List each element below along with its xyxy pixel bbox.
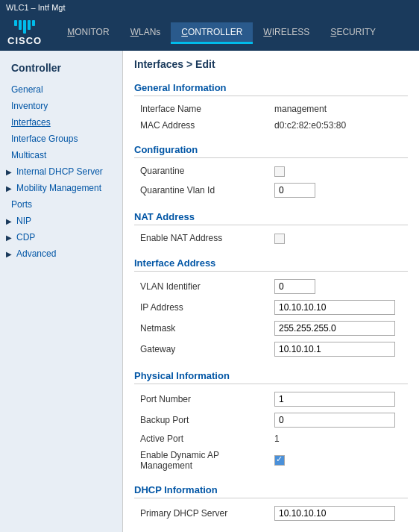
field-label-mac: MAC Address — [134, 117, 268, 134]
arrow-icon-advanced: ▶ — [6, 250, 12, 258]
logo-bar-5 — [32, 20, 35, 26]
backup-port-input[interactable] — [274, 413, 395, 428]
table-row: IP Address — [134, 297, 408, 318]
field-label-dynamic-ap: Enable Dynamic AP Management — [134, 447, 268, 474]
nav-menu: MONITOR WLANs CONTROLLER WIRELESS SECURI… — [57, 22, 412, 44]
vlan-id-input[interactable] — [274, 279, 315, 294]
field-value-primary-dhcp — [268, 503, 408, 524]
arrow-icon-cdp: ▶ — [6, 234, 12, 242]
section-nat: NAT Address Enable NAT Address — [134, 211, 408, 247]
logo-text: CISCO — [7, 35, 42, 46]
content-area: Interfaces > Edit General Information In… — [123, 51, 419, 532]
nav-security[interactable]: SECURITY — [320, 22, 386, 44]
port-number-input[interactable] — [274, 392, 395, 407]
table-row: Gateway — [134, 339, 408, 360]
logo: CISCO — [7, 20, 42, 46]
table-row: Quarantine — [134, 163, 408, 180]
field-value-backup-port — [268, 410, 408, 431]
dynamic-ap-checkbox[interactable] — [274, 455, 285, 466]
field-label-vlan-id: VLAN Identifier — [134, 276, 268, 297]
table-row: Netmask — [134, 318, 408, 339]
field-value-interface-name: management — [268, 101, 408, 117]
arrow-icon-mobility: ▶ — [6, 184, 12, 193]
nav-monitor[interactable]: MONITOR — [57, 22, 119, 44]
section-interface-address: Interface Address VLAN Identifier IP Add… — [134, 257, 408, 360]
sidebar: Controller General Inventory Interfaces … — [0, 51, 123, 532]
sidebar-item-nip[interactable]: ▶ NIP — [0, 213, 122, 229]
arrow-icon-nip: ▶ — [6, 217, 12, 225]
table-row: Interface Name management — [134, 101, 408, 117]
logo-bar-4 — [28, 20, 31, 30]
field-label-netmask: Netmask — [134, 318, 268, 339]
sidebar-item-general[interactable]: General — [0, 81, 122, 98]
field-value-port-number — [268, 389, 408, 410]
arrow-icon-dhcp: ▶ — [6, 168, 12, 176]
field-value-netmask — [268, 318, 408, 339]
sidebar-item-inventory[interactable]: Inventory — [0, 98, 122, 114]
field-value-mac: d0:c2:82:e0:53:80 — [268, 117, 408, 134]
sidebar-item-mobility[interactable]: ▶ Mobility Management — [0, 180, 122, 196]
table-row: Quarantine Vlan Id — [134, 180, 408, 201]
gateway-input[interactable] — [274, 342, 395, 357]
physical-table: Port Number Backup Port Active Port 1 — [134, 389, 408, 474]
dhcp-table: Primary DHCP Server — [134, 503, 408, 524]
section-title-interface-address: Interface Address — [134, 257, 408, 272]
field-label-enable-nat: Enable NAT Address — [134, 230, 268, 247]
section-general-info: General Information Interface Name manag… — [134, 82, 408, 134]
table-row: Active Port 1 — [134, 431, 408, 447]
sidebar-title: Controller — [0, 58, 122, 81]
section-title-physical: Physical Information — [134, 370, 408, 384]
sidebar-item-internal-dhcp[interactable]: ▶ Internal DHCP Server — [0, 163, 122, 180]
field-value-gateway — [268, 339, 408, 360]
primary-dhcp-input[interactable] — [274, 506, 395, 521]
sidebar-item-advanced[interactable]: ▶ Advanced — [0, 245, 122, 262]
logo-bar-2 — [19, 20, 22, 30]
field-value-active-port: 1 — [268, 431, 408, 447]
main-layout: Controller General Inventory Interfaces … — [0, 51, 419, 532]
table-row: VLAN Identifier — [134, 276, 408, 297]
field-value-quarantine-vlan — [268, 180, 408, 201]
general-info-table: Interface Name management MAC Address d0… — [134, 101, 408, 134]
quarantine-vlan-input[interactable] — [274, 183, 315, 198]
logo-bar-3 — [23, 20, 26, 34]
table-row: Primary DHCP Server — [134, 503, 408, 524]
section-title-dhcp: DHCP Information — [134, 484, 408, 498]
sidebar-item-cdp[interactable]: ▶ CDP — [0, 229, 122, 245]
field-label-quarantine-vlan: Quarantine Vlan Id — [134, 180, 268, 201]
nav-wireless[interactable]: WIRELESS — [253, 22, 320, 44]
section-title-nat: NAT Address — [134, 211, 408, 225]
nat-checkbox[interactable] — [274, 234, 285, 244]
nav-wlans[interactable]: WLANs — [120, 22, 171, 44]
field-label-port-number: Port Number — [134, 389, 268, 410]
nav-controller[interactable]: CONTROLLER — [171, 22, 253, 44]
interface-address-table: VLAN Identifier IP Address Netmask — [134, 276, 408, 360]
ip-address-input[interactable] — [274, 300, 395, 315]
field-value-enable-nat — [268, 230, 408, 247]
page-title: Interfaces > Edit — [134, 58, 408, 73]
section-title-config: Configuration — [134, 144, 408, 158]
table-row: Enable Dynamic AP Management — [134, 447, 408, 474]
sidebar-item-multicast[interactable]: Multicast — [0, 147, 122, 163]
title-text: WLC1 – Intf Mgt — [6, 3, 65, 12]
netmask-input[interactable] — [274, 321, 395, 336]
field-label-backup-port: Backup Port — [134, 410, 268, 431]
sidebar-item-interface-groups[interactable]: Interface Groups — [0, 131, 122, 147]
field-value-vlan-id — [268, 276, 408, 297]
field-label-active-port: Active Port — [134, 431, 268, 447]
field-label-gateway: Gateway — [134, 339, 268, 360]
nat-table: Enable NAT Address — [134, 230, 408, 247]
section-title-general: General Information — [134, 82, 408, 96]
field-label-quarantine: Quarantine — [134, 163, 268, 180]
header: CISCO MONITOR WLANs CONTROLLER WIRELESS … — [0, 15, 419, 51]
field-value-ip — [268, 297, 408, 318]
title-bar: WLC1 – Intf Mgt — [0, 0, 419, 15]
table-row: Enable NAT Address — [134, 230, 408, 247]
sidebar-item-interfaces[interactable]: Interfaces — [0, 114, 122, 131]
section-physical: Physical Information Port Number Backup … — [134, 370, 408, 474]
table-row: MAC Address d0:c2:82:e0:53:80 — [134, 117, 408, 134]
sidebar-item-ports[interactable]: Ports — [0, 196, 122, 213]
quarantine-checkbox[interactable] — [274, 166, 285, 177]
section-dhcp: DHCP Information Primary DHCP Server — [134, 484, 408, 524]
field-value-dynamic-ap — [268, 447, 408, 474]
table-row: Port Number — [134, 389, 408, 410]
